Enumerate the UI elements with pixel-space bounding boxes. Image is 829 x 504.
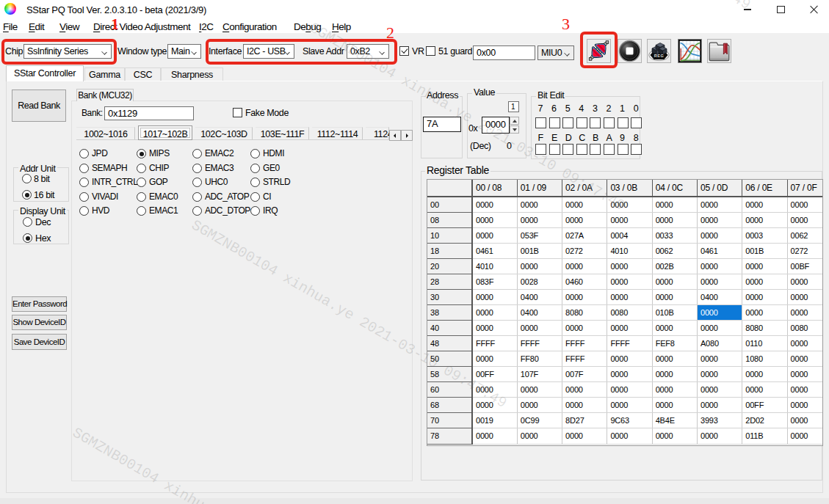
svg-text:REG: REG [654, 54, 664, 58]
